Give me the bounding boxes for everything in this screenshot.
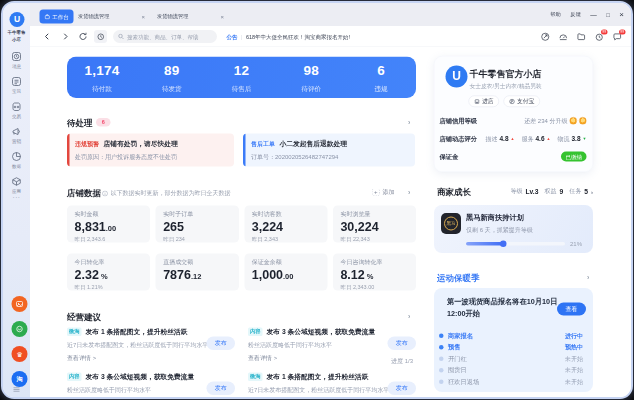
shop-data-note: 以下数据实时更新，部分数据为昨日全天数据 bbox=[102, 189, 231, 198]
stat-pending-payment[interactable]: 1,174待付款 bbox=[67, 57, 137, 99]
trend-up-icon: ▲ bbox=[547, 137, 551, 142]
shop-data-more-icon[interactable]: › bbox=[408, 188, 410, 196]
add-metric-button[interactable]: + 添加 bbox=[372, 188, 395, 197]
metric-card-conversion[interactable]: 今日转化率 2.32 % 昨日 1.21% bbox=[67, 254, 150, 291]
tab-logistics-1[interactable]: 发货物流管理 × bbox=[78, 10, 145, 24]
metric-card-inquiry-conversion[interactable]: 今日咨询转化率 8.12 % 昨日 2,343.00 bbox=[333, 254, 416, 291]
back-icon[interactable] bbox=[42, 32, 52, 42]
timeline-item[interactable]: 开门红 未开始 bbox=[434, 353, 593, 365]
sidebar-item-products[interactable]: 宝贝 bbox=[3, 76, 30, 95]
growth-card-title: 黑马新商扶持计划 bbox=[466, 213, 524, 223]
medal-icon bbox=[570, 117, 578, 125]
megaphone-icon bbox=[11, 126, 22, 137]
close-tab-icon[interactable]: × bbox=[142, 13, 146, 20]
picture-icon bbox=[16, 300, 24, 308]
publish-button[interactable]: 发布 bbox=[388, 337, 417, 351]
app-window: U 千牛零售 小店 消息 宝贝 交易 营销 数据 应用 ··· bbox=[1, 1, 633, 399]
stat-violations[interactable]: 6违规 bbox=[346, 57, 416, 99]
forward-icon[interactable] bbox=[61, 32, 71, 42]
stat-pending-shipment[interactable]: 89待发货 bbox=[137, 57, 207, 99]
todo-more-icon[interactable]: › bbox=[408, 118, 410, 126]
publish-button[interactable]: 发布 bbox=[207, 337, 236, 351]
timeline-dot bbox=[439, 380, 444, 385]
photo-app-icon[interactable] bbox=[12, 296, 28, 312]
store-name: 千牛零售官方小店 bbox=[470, 68, 542, 80]
growth-summary[interactable]: 等级Lv.3 权益9 任务5 › bbox=[434, 187, 593, 196]
green-app-icon[interactable] bbox=[12, 321, 28, 337]
search-input[interactable]: 搜索功能、商品、订单、帮助 bbox=[113, 30, 217, 43]
timeline-item[interactable]: 狂欢日返场 未开始 bbox=[434, 376, 593, 388]
sidebar-item-data[interactable]: 数据 bbox=[3, 151, 30, 170]
growth-card-sub: 仅剩 6 天，抓紧提升等级 bbox=[466, 226, 533, 235]
tab-logistics-2[interactable]: 发货物流管理 × bbox=[157, 10, 224, 24]
suggestions-more-icon[interactable]: › bbox=[408, 313, 410, 321]
crown-app-icon[interactable]: ♛ bbox=[12, 346, 28, 362]
announcement[interactable]: 公告 | 618年中大促全民狂欢！淘宝商家报名开始! bbox=[227, 26, 351, 47]
briefcase-icon bbox=[44, 14, 50, 20]
metric-card-visitors[interactable]: 实时访客数 3,224 昨日 2,343 bbox=[244, 206, 327, 243]
growth-more-icon[interactable]: › bbox=[591, 188, 593, 195]
sidebar-item-apps[interactable]: 应用 bbox=[3, 176, 30, 195]
view-button[interactable]: 查看 bbox=[557, 303, 586, 316]
qianniu-logo[interactable]: U bbox=[10, 12, 25, 27]
metric-card-suborders[interactable]: 实时子订单 265 昨日 234 bbox=[156, 206, 239, 243]
metric-card-amount[interactable]: 实时金额 8,831.00 昨日 2,343.6 bbox=[67, 206, 150, 243]
storefront-icon bbox=[474, 98, 480, 104]
help-link[interactable]: 帮助 bbox=[550, 11, 561, 18]
sidebar-item-messages[interactable]: 消息 bbox=[3, 51, 30, 70]
history-icon[interactable] bbox=[94, 30, 107, 43]
metric-card-pageviews[interactable]: 实时浏览量 30,224 昨日 22,343 bbox=[333, 206, 416, 243]
timeline-item[interactable]: 囤货日 未开始 bbox=[434, 365, 593, 377]
close-button[interactable]: × bbox=[619, 10, 624, 19]
todo-card-refund[interactable]: 售后工单 小二发起售后退款处理 订单号：2020020526482747294 bbox=[243, 134, 415, 167]
taobao-app-icon[interactable]: 淘 bbox=[12, 371, 28, 387]
tab-workbench[interactable]: 工作台 bbox=[40, 10, 74, 24]
enter-store-button[interactable]: 进店 bbox=[469, 96, 500, 108]
trend-down-icon: ▼ bbox=[583, 137, 587, 142]
suggestion-detail-link[interactable]: 查看详情 > bbox=[67, 354, 235, 363]
store-logo: U bbox=[446, 66, 468, 88]
dashboard-icon[interactable] bbox=[559, 32, 569, 42]
feedback-link[interactable]: 反馈 bbox=[570, 11, 581, 18]
growth-progress-bar bbox=[466, 242, 565, 246]
publish-button[interactable]: 发布 bbox=[388, 382, 417, 396]
alipay-icon bbox=[509, 98, 515, 104]
sidebar-menu-icon[interactable] bbox=[3, 387, 30, 392]
minimize-button[interactable]: — bbox=[590, 11, 597, 19]
timeline-item[interactable]: 商家报名 进行中 bbox=[434, 330, 593, 342]
publish-button[interactable]: 发布 bbox=[207, 382, 236, 396]
suggestions-row-1: 微淘 发布 1 条搭配图文，提升粉丝活跃 近7日未发布搭配图文，粉丝活跃度低于同… bbox=[67, 327, 416, 368]
alarm-icon[interactable]: 99 bbox=[595, 32, 605, 42]
order-stats-banner: 1,174待付款 89待发货 12待售后 98待评价 6违规 bbox=[67, 57, 416, 99]
sidebar-item-marketing[interactable]: 营销 bbox=[3, 126, 30, 145]
todo-card-violation[interactable]: 违规预警 店铺有处罚，请尽快处理 处罚原因：用户投诉服务态度不佳处罚 bbox=[67, 134, 234, 167]
refresh-icon[interactable] bbox=[78, 32, 88, 42]
maximize-button[interactable]: □ bbox=[606, 11, 610, 18]
suggestion-title: 发布 3 条公域短视频，获取免费流量 bbox=[267, 327, 376, 336]
timeline-item[interactable]: 预售 预热中 bbox=[434, 342, 593, 354]
tab-strip: 工作台 发货物流管理 × 发货物流管理 × 帮助 反馈 — □ × bbox=[30, 3, 631, 26]
todo-badge: 6 bbox=[96, 118, 111, 127]
activity-title: 运动保暖季 bbox=[437, 272, 480, 284]
suggestion-tag: 内容 bbox=[248, 327, 263, 336]
stat-pending-review[interactable]: 98待评价 bbox=[276, 57, 346, 99]
activity-headline: 第一波现货商品报名将在10月10日 12:00开始 bbox=[447, 296, 557, 319]
alipay-button[interactable]: 支付宝 bbox=[504, 96, 540, 108]
activity-more-icon[interactable]: › bbox=[587, 273, 589, 281]
folder-icon[interactable] bbox=[577, 32, 587, 42]
metric-card-deposit[interactable]: 保证金余额 1,000.00 bbox=[244, 254, 327, 291]
alarm-badge: 99 bbox=[601, 29, 608, 34]
close-tab-icon[interactable]: × bbox=[221, 13, 225, 20]
sidebar-more-icon[interactable]: ··· bbox=[3, 194, 30, 202]
suggestion-card: 微淘 发布 1 条搭配图文，提升粉丝活跃 近7日未发布搭配图文，粉丝活跃度低于同… bbox=[67, 327, 235, 363]
send-icon[interactable] bbox=[541, 32, 551, 42]
suggestion-title: 发布 1 条搭配图文，提升粉丝活跃 bbox=[86, 327, 188, 336]
activity-timeline: 商家报名 进行中 预售 预热中 开门红 未开始 囤货日 未开始 bbox=[434, 330, 593, 388]
stat-after-sale[interactable]: 12待售后 bbox=[207, 57, 277, 99]
sidebar-item-trade[interactable]: 交易 bbox=[3, 101, 30, 120]
chat-icon[interactable]: 99 bbox=[613, 32, 623, 42]
box-icon bbox=[11, 176, 22, 187]
metric-card-live-sales[interactable]: 直播成交额 7876.12 bbox=[156, 254, 239, 291]
growth-card[interactable]: 黑马 黑马新商扶持计划 仅剩 6 天，抓紧提升等级 21% bbox=[434, 205, 593, 253]
sidebar-store-title: 千牛零售 小店 bbox=[3, 30, 30, 43]
